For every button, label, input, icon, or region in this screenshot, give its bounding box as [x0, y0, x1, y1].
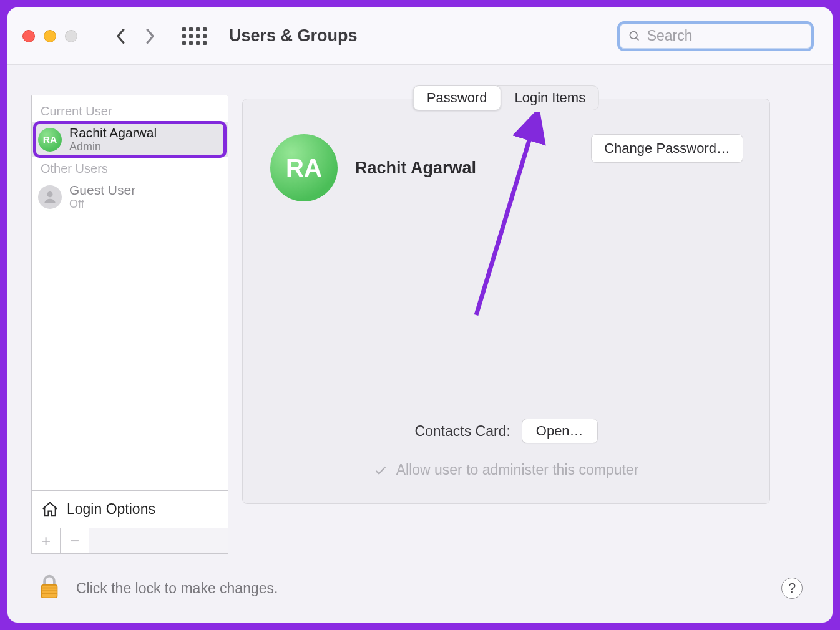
password-panel: RA Rachit Agarwal Change Password… Conta… — [242, 99, 770, 504]
lock-button[interactable] — [37, 573, 61, 603]
profile-avatar-icon[interactable]: RA — [270, 134, 338, 201]
forward-button — [140, 26, 160, 46]
current-user-section-label: Current User — [32, 99, 228, 122]
guest-avatar-icon — [38, 185, 62, 209]
user-role: Admin — [69, 140, 157, 153]
admin-checkbox-label: Allow user to administer this computer — [396, 462, 639, 478]
zoom-window-button — [65, 30, 77, 42]
open-contacts-button[interactable]: Open… — [522, 419, 598, 443]
guest-user-row[interactable]: Guest User Off — [32, 180, 228, 214]
users-sidebar: Current User RA Rachit Agarwal Admin Oth… — [31, 95, 228, 554]
home-icon — [41, 500, 59, 519]
lock-icon — [37, 573, 61, 601]
search-field[interactable] — [617, 21, 814, 51]
checkmark-icon — [374, 463, 388, 477]
show-all-icon[interactable] — [182, 27, 207, 45]
svg-line-1 — [636, 37, 638, 40]
svg-point-2 — [47, 191, 52, 197]
admin-checkbox-row: Allow user to administer this computer — [243, 462, 769, 478]
preferences-window: Users & Groups Current User RA Rachit Ag… — [7, 7, 833, 623]
user-role: Off — [69, 198, 135, 211]
user-meta: Rachit Agarwal Admin — [69, 125, 157, 153]
window-title: Users & Groups — [229, 26, 358, 46]
svg-point-0 — [630, 31, 637, 38]
lock-hint-text: Click the lock to make changes. — [76, 580, 278, 597]
user-name: Guest User — [69, 183, 135, 198]
login-options-button[interactable]: Login Options — [31, 490, 228, 528]
search-icon — [628, 29, 641, 43]
action-row-fill — [89, 528, 228, 553]
user-name: Rachit Agarwal — [69, 125, 157, 140]
contacts-card-label: Contacts Card: — [414, 423, 510, 440]
profile-name: Rachit Agarwal — [355, 158, 476, 178]
current-user-row[interactable]: RA Rachit Agarwal Admin — [32, 122, 228, 157]
change-password-button[interactable]: Change Password… — [591, 134, 743, 163]
user-avatar-icon: RA — [38, 128, 62, 152]
login-options-label: Login Options — [67, 501, 155, 518]
tab-bar: Password Login Items — [413, 85, 599, 110]
footer: Click the lock to make changes. ? — [7, 554, 833, 623]
content-area: Current User RA Rachit Agarwal Admin Oth… — [7, 65, 833, 554]
tab-login-items[interactable]: Login Items — [501, 85, 599, 110]
help-button[interactable]: ? — [781, 578, 803, 599]
back-button[interactable] — [111, 26, 131, 46]
add-user-button[interactable]: + — [32, 528, 61, 553]
toolbar: Users & Groups — [7, 7, 833, 65]
minimize-window-button[interactable] — [44, 30, 56, 42]
close-window-button[interactable] — [22, 30, 35, 42]
user-meta: Guest User Off — [69, 183, 135, 211]
tab-password[interactable]: Password — [413, 85, 501, 110]
other-users-section-label: Other Users — [32, 157, 228, 180]
search-input[interactable] — [647, 27, 803, 44]
remove-user-button[interactable]: − — [61, 528, 89, 553]
contacts-card-row: Contacts Card: Open… — [243, 419, 769, 443]
main-panel: Password Login Items RA Rachit Agarwal C… — [242, 95, 770, 554]
user-action-row: + − — [31, 528, 228, 554]
user-list: Current User RA Rachit Agarwal Admin Oth… — [31, 95, 228, 490]
window-controls — [22, 30, 77, 42]
